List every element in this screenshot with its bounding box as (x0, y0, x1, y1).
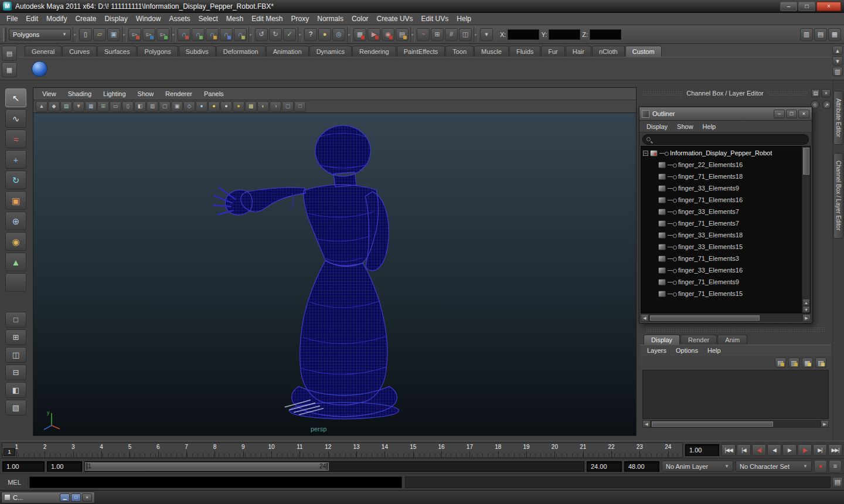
outliner-item[interactable]: finger_33_Elements15 (641, 241, 802, 253)
select-by-component-icon[interactable]: ▻ (156, 28, 169, 41)
viewport-menu-view[interactable]: View (37, 89, 62, 98)
timeline-frame-22[interactable]: 22 (597, 443, 625, 457)
viewport-menu-shading[interactable]: Shading (63, 89, 97, 98)
minimized-window[interactable]: C... ▁□× (1, 492, 95, 503)
viewport-menu-lighting[interactable]: Lighting (98, 89, 131, 98)
scrollbar-track[interactable] (649, 314, 802, 322)
shelf-tab-fur[interactable]: Fur (541, 46, 565, 57)
outliner-menu-show[interactable]: Show (672, 122, 698, 131)
panel-drag-texture[interactable] (767, 91, 808, 96)
layout-outliner-persp[interactable]: ◧ (5, 382, 26, 398)
scrollbar-thumb[interactable] (650, 315, 760, 321)
create-empty-layer-icon[interactable]: ▦ (802, 357, 813, 368)
shelf-tab-menu-icon[interactable]: ▤ (2, 46, 17, 61)
scrollbar-thumb[interactable] (803, 148, 809, 175)
statusline-separator[interactable]: ▸ (249, 27, 253, 42)
camera-attributes-icon[interactable]: ▤ (60, 101, 72, 112)
toggle-channel-box-icon[interactable]: ▦ (828, 28, 841, 41)
playback-end-field[interactable]: 24.00 (587, 461, 622, 472)
timeline-frame-5[interactable]: 5 (115, 443, 144, 457)
scrollbar-thumb[interactable] (652, 421, 773, 427)
custom-shelf-sphere-icon[interactable] (32, 61, 47, 77)
shadows-icon[interactable]: ◑ (270, 101, 281, 112)
create-layer-from-selected-icon[interactable]: ▧ (815, 357, 826, 368)
timeline-frame-11[interactable]: 11 (285, 443, 314, 457)
outliner-item[interactable]: finger_71_Elements18 (641, 171, 802, 182)
poly-count-icon[interactable]: # (445, 28, 458, 41)
xray-mode-icon[interactable]: ▢ (282, 101, 294, 112)
shelf-tab-ncloth[interactable]: nCloth (592, 46, 625, 57)
highlight-selection-icon[interactable]: ◎ (332, 28, 345, 41)
tab-attribute-editor[interactable]: Attribute Editor (833, 91, 843, 145)
isolate-select-icon[interactable]: □ (294, 101, 306, 112)
command-language-toggle[interactable]: MEL (1, 479, 28, 486)
timeline-frame-10[interactable]: 10 (257, 443, 285, 457)
outliner-item-root[interactable]: −Information_Display_Pepper_Robot (641, 147, 802, 159)
menu-normals[interactable]: Normals (313, 13, 348, 25)
outliner-item[interactable]: finger_33_Elements18 (641, 229, 802, 241)
taskbar-restore-button[interactable]: □ (71, 493, 81, 502)
scroll-left-icon[interactable]: ◀ (642, 420, 651, 428)
grid-toggle-icon[interactable]: ⊞ (97, 101, 109, 112)
step-back-key-button[interactable]: ◀| (752, 444, 766, 456)
panel-close-icon[interactable]: × (822, 89, 831, 97)
shelf-tab-subdivs[interactable]: Subdivs (179, 46, 216, 57)
outliner-search-input[interactable] (653, 135, 805, 144)
snap-to-view-plane-icon[interactable]: ∩ (220, 28, 233, 41)
construction-history-icon[interactable]: ✓ (283, 28, 296, 41)
outliner-item[interactable]: finger_22_Elements16 (641, 159, 802, 171)
gate-mask-icon[interactable]: ◧ (134, 101, 146, 112)
menu-window[interactable]: Window (132, 13, 165, 25)
command-result-field[interactable] (405, 476, 831, 488)
snap-to-grid-icon[interactable]: ∩ (178, 28, 190, 41)
y-coordinate-field[interactable] (549, 29, 580, 40)
timeline-frame-21[interactable]: 21 (569, 443, 597, 457)
outliner-titlebar[interactable]: Outliner –□× (639, 107, 812, 121)
channel-manip-arrow-icon[interactable]: ↗ (822, 100, 831, 109)
menu-select[interactable]: Select (194, 13, 222, 25)
universal-manipulator-tool[interactable]: ⊕ (5, 212, 26, 230)
animation-preferences-icon[interactable]: ≡ (829, 460, 842, 473)
render-settings-icon[interactable]: ▤ (396, 28, 409, 41)
flat-shade-icon[interactable]: ● (220, 101, 232, 112)
quick-help-icon[interactable]: ? (304, 28, 317, 41)
menu-mesh[interactable]: Mesh (222, 13, 247, 25)
timeline-frame-12[interactable]: 12 (314, 443, 342, 457)
shelf-tab-hair[interactable]: Hair (566, 46, 591, 57)
timeline-frame-6[interactable]: 6 (144, 443, 172, 457)
shelf-scroll-down-icon[interactable]: ▾ (832, 56, 843, 66)
lasso-select-tool[interactable]: ∿ (5, 109, 26, 128)
taskbar-minimize-button[interactable]: ▁ (60, 493, 70, 502)
layer-menu-help[interactable]: Help (703, 346, 726, 355)
menu-file[interactable]: File (2, 13, 22, 25)
scroll-right-icon[interactable]: ▶ (802, 314, 811, 322)
default-material-icon[interactable]: ● (208, 101, 220, 112)
layout-two-pane-stacked[interactable]: ⊟ (5, 365, 26, 380)
outliner-item[interactable]: finger_33_Elements7 (641, 206, 802, 217)
layer-menu-layers[interactable]: Layers (642, 346, 671, 355)
x-coordinate-field[interactable] (508, 29, 539, 40)
timeline-frame-18[interactable]: 18 (484, 443, 512, 457)
layout-single-pane[interactable]: □ (5, 312, 26, 328)
select-by-object-icon[interactable]: ▻ (142, 28, 155, 41)
render-current-frame-icon[interactable]: ▶ (367, 28, 380, 41)
maximize-button[interactable]: □ (798, 2, 815, 11)
step-forward-key-button[interactable]: |▶ (798, 444, 812, 456)
command-input[interactable] (29, 476, 402, 488)
shelf-item-menu-icon[interactable]: ▦ (2, 62, 17, 77)
outliner-item[interactable]: finger_33_Elements16 (641, 264, 802, 276)
field-chart-icon[interactable]: ▥ (147, 101, 158, 112)
scroll-up-icon[interactable]: ▲ (802, 299, 810, 306)
select-camera-icon[interactable]: ▲ (36, 101, 47, 112)
select-by-hierarchy-icon[interactable]: ▻ (128, 28, 141, 41)
image-plane-icon[interactable]: ▦ (85, 101, 97, 112)
menu-edit-mesh[interactable]: Edit Mesh (247, 13, 287, 25)
select-tool[interactable]: ↖ (5, 88, 26, 107)
layout-custom[interactable]: ▧ (5, 400, 26, 416)
statusline-grip[interactable] (3, 28, 6, 42)
current-frame-marker[interactable]: 1 (4, 448, 15, 456)
statusline-separator[interactable]: ▸ (410, 27, 415, 42)
scroll-left-icon[interactable]: ◀ (641, 314, 649, 322)
timeline-frame-13[interactable]: 13 (342, 443, 370, 457)
scale-tool[interactable]: ▣ (5, 191, 26, 210)
